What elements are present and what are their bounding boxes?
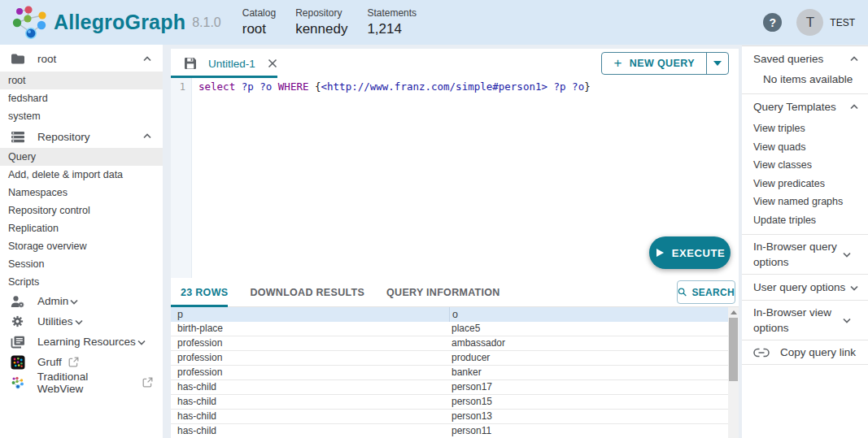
chevron-down-icon [848, 282, 860, 293]
query-tab-untitled-1[interactable]: Untitled-1 [171, 56, 278, 71]
sidebar-link-gruff[interactable]: Gruff [0, 352, 163, 372]
left-sidebar: root root fedshard system Repository Que… [0, 45, 163, 438]
sidebar-item-fedshard[interactable]: fedshard [0, 89, 163, 107]
template-update-triples[interactable]: Update triples [742, 211, 868, 230]
table-row: has-child person15 [171, 395, 728, 410]
section-in-browser-query-options[interactable]: In-Browser query options [742, 235, 868, 274]
cell-o: person15 [449, 395, 728, 409]
repository-section-label: Repository [37, 131, 142, 143]
template-view-named-graphs[interactable]: View named graphs [742, 193, 868, 211]
tab-query-information[interactable]: QUERY INFORMATION [386, 287, 500, 298]
search-button[interactable]: SEARCH [677, 280, 735, 304]
token-select: select [198, 80, 235, 93]
query-tabbar: Untitled-1 + NEW QUERY [171, 49, 739, 78]
saved-queries-label: Saved queries [753, 51, 848, 67]
copy-query-link-label: Copy query link [780, 346, 856, 358]
plus-icon: + [613, 55, 622, 72]
cell-o: person13 [449, 410, 728, 423]
sidebar-item-repository-control[interactable]: Repository control [0, 202, 163, 219]
execute-button[interactable]: EXECUTE [649, 236, 731, 269]
results-tabbar: 23 ROWS DOWNLOAD RESULTS QUERY INFORMATI… [171, 278, 739, 307]
query-templates-label: Query Templates [753, 99, 848, 115]
search-icon [678, 286, 687, 298]
catalog-info: Catalog root [242, 7, 276, 37]
header-right: ? T TEST [763, 9, 868, 36]
results-scrollbar[interactable] [728, 307, 739, 438]
cell-p: has-child [171, 395, 449, 409]
link-icon [753, 348, 770, 358]
template-view-quads[interactable]: View quads [742, 138, 868, 157]
token-open-brace: { [308, 80, 321, 93]
cell-o: place5 [449, 322, 728, 336]
traditional-webview-label: Traditional WebView [37, 371, 136, 395]
scrollbar-thumb[interactable] [729, 318, 738, 381]
new-query-dropdown[interactable] [706, 53, 728, 74]
sidebar-item-namespaces[interactable]: Namespaces [0, 184, 163, 202]
section-user-query-options[interactable]: User query options [742, 275, 868, 300]
scrollbar-up-button[interactable] [728, 307, 739, 318]
top-header: AllegroGraph 8.1.0 Catalog root Reposito… [0, 0, 868, 45]
play-icon [655, 248, 665, 258]
app-logo[interactable]: AllegroGraph 8.1.0 [10, 5, 221, 41]
sidebar-section-admin[interactable]: Admin [0, 291, 163, 311]
sidebar-item-system[interactable]: system [0, 107, 163, 125]
cell-p: has-child [171, 380, 449, 394]
library-books-icon [11, 336, 26, 349]
sidebar-link-traditional-webview[interactable]: Traditional WebView [0, 372, 163, 392]
new-query-main[interactable]: + NEW QUERY [602, 53, 706, 74]
chevron-up-icon [848, 54, 860, 65]
cell-p: has-child [171, 410, 449, 423]
triangle-up-icon [731, 310, 737, 314]
table-row: birth-place place5 [171, 322, 728, 336]
section-saved-queries[interactable]: Saved queries [742, 46, 868, 72]
template-view-classes[interactable]: View classes [742, 156, 868, 175]
sidebar-item-add-delete-import[interactable]: Add, delete & import data [0, 166, 163, 184]
section-in-browser-view-options[interactable]: In-Browser view options [742, 301, 868, 340]
close-icon[interactable] [267, 58, 278, 69]
sidebar-item-query[interactable]: Query [0, 148, 163, 166]
column-header-o: o [449, 307, 728, 322]
cell-o: banker [449, 366, 728, 379]
execute-label: EXECUTE [672, 247, 726, 259]
sidebar-section-catalog[interactable]: root [0, 46, 163, 72]
in-browser-query-options-label: In-Browser query options [753, 239, 841, 270]
token-vars-b: ?p ?o [547, 80, 584, 93]
section-query-templates[interactable]: Query Templates [742, 94, 868, 119]
help-icon[interactable]: ? [763, 13, 782, 32]
tab-download-results[interactable]: DOWNLOAD RESULTS [250, 287, 364, 298]
sidebar-item-session[interactable]: Session [0, 255, 163, 273]
template-view-predicates[interactable]: View predicates [742, 175, 868, 193]
allegrograph-webview: AllegroGraph 8.1.0 Catalog root Reposito… [0, 0, 868, 438]
chevron-down-icon [73, 316, 85, 327]
table-row: profession banker [171, 366, 728, 380]
avatar[interactable]: T [796, 9, 823, 36]
admin-label: Admin [37, 295, 68, 307]
template-view-triples[interactable]: View triples [742, 119, 868, 138]
sidebar-item-replication[interactable]: Replication [0, 219, 163, 237]
query-panel: Untitled-1 + NEW QUERY 1 select ?p ?o [171, 49, 739, 438]
column-header-p: p [171, 307, 449, 322]
utilities-label: Utilities [37, 315, 73, 327]
sidebar-item-root[interactable]: root [0, 72, 163, 89]
save-icon[interactable] [183, 56, 198, 71]
cell-o: person11 [449, 424, 728, 438]
new-query-button[interactable]: + NEW QUERY [601, 52, 729, 75]
sidebar-section-utilities[interactable]: Utilities [0, 311, 163, 332]
sidebar-section-repository[interactable]: Repository [0, 125, 163, 148]
statements-label: Statements [367, 7, 417, 19]
gruff-label: Gruff [37, 356, 62, 368]
sidebar-item-scripts[interactable]: Scripts [0, 273, 163, 291]
repository-info: Repository kennedy [295, 7, 347, 37]
tab-rows[interactable]: 23 ROWS [181, 287, 228, 298]
molecule-logo-icon [10, 5, 49, 41]
query-tab-title: Untitled-1 [208, 58, 255, 70]
copy-query-link-button[interactable]: Copy query link [742, 340, 868, 364]
cell-p: birth-place [171, 322, 449, 336]
sidebar-item-storage-overview[interactable]: Storage overview [0, 237, 163, 255]
sidebar-section-learning[interactable]: Learning Resources [0, 332, 163, 352]
right-sidebar: Saved queries No items available Query T… [742, 46, 868, 438]
cell-o: ambassador [449, 336, 728, 350]
chevron-up-icon [142, 54, 153, 65]
line-number-gutter: 1 [171, 78, 192, 278]
cell-o: person17 [449, 380, 728, 394]
